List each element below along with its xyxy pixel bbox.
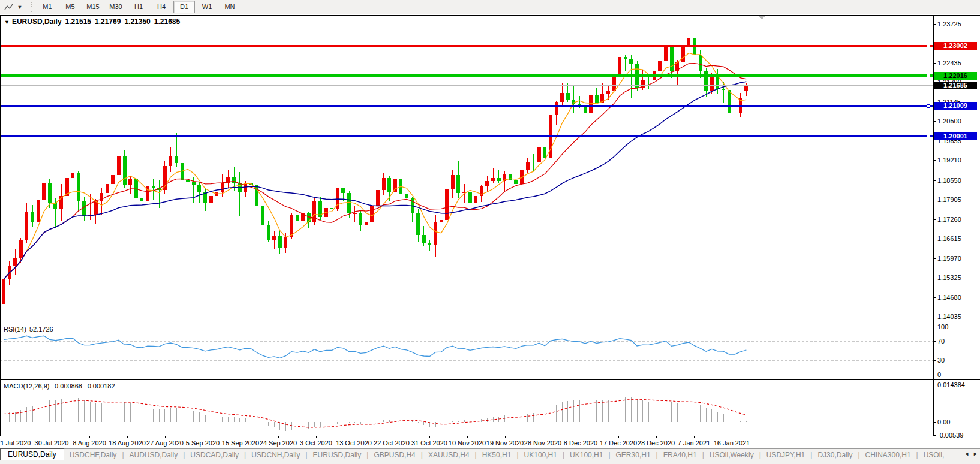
price-tick [933, 360, 936, 361]
price-label-1.19210: 1.19210 [937, 156, 961, 164]
price-badge-1.21685: 1.21685 [934, 82, 977, 89]
chart-left-border [0, 15, 1, 436]
tab-uk100-h1[interactable]: UK100,H1 [519, 451, 563, 459]
date-tick [392, 436, 392, 438]
macd-label: MACD(12,26,9)-0.000868-0.000182 [4, 382, 118, 390]
rsi-label: RSI(14)52.1726 [4, 326, 56, 333]
price-label-1.22435: 1.22435 [937, 59, 961, 67]
date-label: 19 Nov 2020 [486, 439, 524, 447]
tab-eurusd-daily[interactable]: EURUSD,Daily [0, 448, 64, 460]
macd-signal-value: -0.000182 [85, 382, 115, 390]
tab-audusd-daily[interactable]: AUDUSD,Daily [124, 451, 184, 459]
date-label: 30 Jul 2020 [35, 439, 69, 447]
price-label-1.15325: 1.15325 [937, 274, 961, 281]
tf-button-mn[interactable]: MN [219, 1, 241, 13]
tab-ger30-h1[interactable]: GER30,H1 [611, 451, 656, 459]
macd-signal-line [4, 399, 746, 427]
collapse-triangle-icon[interactable]: ▼ [4, 19, 10, 25]
tool-dropdown-caret-icon[interactable]: ▼ [16, 4, 24, 10]
tf-button-d1[interactable]: D1 [173, 1, 195, 13]
ma-line-slow [4, 82, 746, 279]
tab-scroll-right-icon[interactable]: ► [973, 451, 978, 457]
price-badge-1.23002: 1.23002 [934, 42, 977, 50]
date-axis[interactable]: 21 Jul 202030 Jul 20208 Aug 202018 Aug 2… [0, 436, 933, 448]
date-label: 28 Nov 2020 [524, 439, 561, 447]
tab-usdjpy-h1[interactable]: USDJPY,H1 [761, 451, 810, 459]
tab-fra40-h1[interactable]: FRA40,H1 [658, 451, 702, 459]
tab-gbpusd-h4[interactable]: GBPUSD,H4 [368, 451, 420, 459]
chart-title: ▼EURUSD,Daily1.215151.217691.213501.2168… [4, 17, 184, 26]
date-tick [694, 436, 695, 438]
macd-name: MACD(12,26,9) [4, 382, 49, 390]
ohlc-open: 1.21515 [65, 17, 91, 26]
tab-china300-h1[interactable]: CHINA300,H1 [860, 451, 916, 459]
price-label-1.14035: 1.14035 [937, 313, 961, 320]
tf-button-m5[interactable]: M5 [59, 1, 81, 13]
rsi-pane-top-border[interactable] [0, 324, 980, 324]
macd-pane-top-border[interactable] [0, 381, 980, 381]
tab-scroll-left-icon[interactable]: ◄ [964, 451, 969, 457]
price-tick [933, 160, 936, 161]
toolbar-grip-handle[interactable] [29, 2, 32, 12]
tf-button-m1[interactable]: M1 [37, 1, 58, 13]
price-label-1.17905: 1.17905 [937, 196, 961, 203]
ma-line-fast [4, 53, 746, 279]
price-label-1.17260: 1.17260 [937, 216, 961, 223]
price-axis[interactable]: 1.237251.224351.217901.211451.205001.198… [933, 0, 980, 464]
date-tick [618, 436, 619, 438]
tab-uk100-h1[interactable]: UK100,H1 [564, 451, 608, 459]
tab-usoil-weekly[interactable]: USOil,Weekly [704, 451, 759, 459]
tab-usdchf-daily[interactable]: USDCHF,Daily [64, 451, 122, 459]
date-tick [581, 436, 581, 438]
price-tick [933, 385, 936, 385]
tab-usdcnh-daily[interactable]: USDCNH,Daily [246, 451, 305, 459]
date-tick [241, 436, 241, 438]
macd-indicator-canvas[interactable] [0, 381, 933, 436]
date-label: 13 Oct 2020 [336, 439, 372, 447]
crosshair-tool-icon[interactable] [2, 2, 16, 13]
rsi-name: RSI(14) [4, 326, 26, 333]
rsi-indicator-canvas[interactable] [0, 324, 933, 379]
date-tick [429, 436, 430, 438]
hline-end-marker [927, 135, 930, 138]
tab-hk50-h1[interactable]: HK50,H1 [477, 451, 517, 459]
date-label: 7 Jan 2021 [678, 439, 710, 447]
chart-tab-bar: EURUSD,DailyUSDCHF,Daily|AUDUSD,Daily|US… [0, 448, 980, 461]
tab-xauusd-h4[interactable]: XAUUSD,H4 [423, 451, 475, 459]
date-label: 31 Oct 2020 [411, 439, 447, 447]
price-tick [933, 422, 936, 423]
tab-dj30-daily[interactable]: DJ30,Daily [812, 451, 858, 459]
chart-shift-marker[interactable] [759, 16, 765, 20]
rsi-axis-100: 100 [937, 323, 948, 330]
tf-button-m30[interactable]: M30 [105, 1, 127, 13]
main-pane-top-border [0, 15, 980, 16]
tab-usdcad-daily[interactable]: USDCAD,Daily [185, 451, 244, 459]
date-label: 3 Oct 2020 [300, 439, 332, 447]
date-tick [467, 436, 468, 438]
tf-button-m15[interactable]: M15 [82, 1, 104, 13]
date-label: 18 Aug 2020 [109, 439, 146, 447]
date-label: 27 Aug 2020 [146, 439, 184, 447]
date-tick [354, 436, 354, 438]
date-tick [52, 436, 52, 438]
ohlc-high: 1.21769 [95, 17, 121, 26]
tab-usoil-[interactable]: USOil, [918, 451, 950, 459]
ma-line-mid [4, 64, 746, 279]
date-label: 16 Jan 2021 [714, 439, 750, 447]
date-tick [656, 436, 657, 438]
ohlc-low: 1.21350 [124, 17, 150, 26]
tf-button-h4[interactable]: H4 [151, 1, 172, 13]
main-chart-canvas[interactable] [0, 15, 933, 323]
date-tick [732, 436, 732, 438]
tf-button-h1[interactable]: H1 [128, 1, 149, 13]
date-label: 21 Jul 2020 [0, 439, 31, 447]
tf-button-w1[interactable]: W1 [196, 1, 218, 13]
candlestick-series [2, 31, 748, 306]
price-badge-1.21009: 1.21009 [934, 102, 977, 110]
price-label-1.23725: 1.23725 [937, 20, 961, 28]
rsi-pane-bottom-border [0, 379, 980, 380]
toolbar: ▼ M1M5M15M30H1H4D1W1MN [0, 0, 980, 14]
macd-main-value: -0.000868 [52, 382, 82, 390]
tab-eurusd-daily[interactable]: EURUSD,Daily [308, 451, 367, 459]
price-tick [933, 180, 936, 181]
